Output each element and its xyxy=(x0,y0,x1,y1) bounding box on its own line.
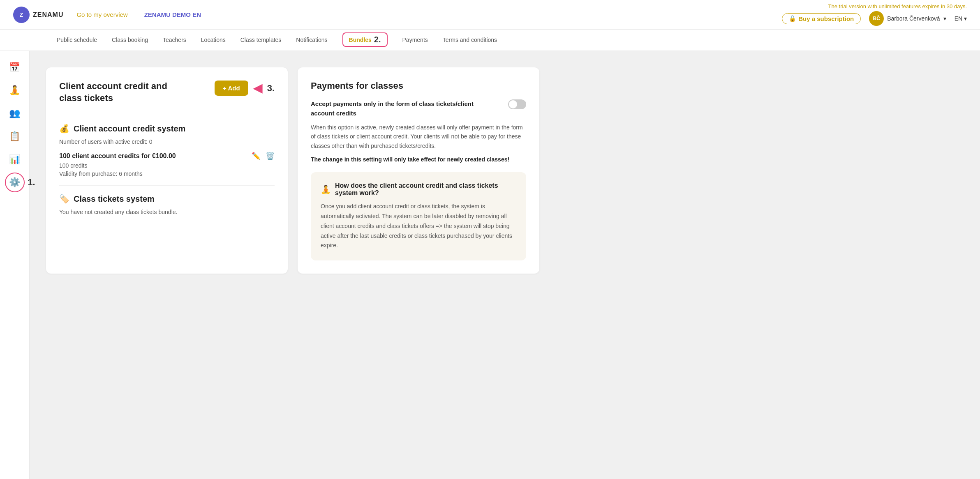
toggle-description: When this option is active, newly create… xyxy=(311,123,526,150)
info-box-title: 🧘 How does the client account credit and… xyxy=(321,182,516,197)
payments-title: Payments for classes xyxy=(311,81,526,91)
user-badge[interactable]: BČ Barbora Červenková ▾ xyxy=(869,11,946,26)
edit-icon[interactable]: ✏️ xyxy=(252,152,261,161)
credit-tickets-card: Client account credit andclass tickets +… xyxy=(46,67,288,274)
topbar-actions: 🔓 Buy a subscription BČ Barbora Červenko… xyxy=(782,11,967,26)
credit-sub1: 100 credits xyxy=(59,162,275,169)
payments-card: Payments for classes Accept payments onl… xyxy=(298,67,539,274)
card-title: Client account credit andclass tickets xyxy=(59,81,167,104)
toggle-note: The change in this setting will only tak… xyxy=(311,155,526,164)
delete-icon[interactable]: 🗑️ xyxy=(266,152,275,161)
toggle-row: Accept payments only in the form of clas… xyxy=(311,99,526,118)
divider xyxy=(59,185,275,186)
ticket-icon: 🏷️ xyxy=(59,194,69,204)
credit-entry-label: 100 client account credits for €100.00 xyxy=(59,152,176,160)
lang-dropdown-icon: ▾ xyxy=(964,15,967,22)
nav-item-public-schedule[interactable]: Public schedule xyxy=(49,30,104,51)
nav-item-notifications[interactable]: Notifications xyxy=(289,30,335,51)
content-grid: Client account credit andclass tickets +… xyxy=(46,67,539,274)
sidebar-item-chart[interactable]: 📊 xyxy=(5,150,25,169)
trial-notice: The trial version with unlimited feature… xyxy=(828,3,967,9)
payments-toggle[interactable] xyxy=(508,99,526,109)
sidebar-item-yoga[interactable]: 🧘 xyxy=(5,81,25,100)
info-box: 🧘 How does the client account credit and… xyxy=(311,172,526,260)
arrow-annotation: ◀ xyxy=(253,81,262,95)
step1-label: 1. xyxy=(28,177,35,188)
nav-item-class-templates[interactable]: Class templates xyxy=(233,30,289,51)
tickets-empty-text: You have not created any class tickets b… xyxy=(59,209,275,215)
user-dropdown-icon: ▾ xyxy=(943,15,946,22)
tickets-section: 🏷️ Class tickets system You have not cre… xyxy=(59,194,275,215)
credit-sub2: Validity from purchase: 6 months xyxy=(59,170,275,177)
credit-entry-row: 100 client account credits for €100.00 ✏… xyxy=(59,152,275,161)
logo-text: ZENAMU xyxy=(33,11,63,18)
user-avatar: BČ xyxy=(869,11,884,26)
info-box-text: Once you add client account credit or cl… xyxy=(321,202,516,251)
users-active-text: Number of users with active credit: 0 xyxy=(59,138,275,145)
step2-label: 2. xyxy=(374,35,381,44)
settings-icon: ⚙️ xyxy=(9,177,20,188)
user-name: Barbora Červenková xyxy=(887,15,940,22)
tickets-section-title: 🏷️ Class tickets system xyxy=(59,194,275,204)
sidebar-item-group[interactable]: 👥 xyxy=(5,104,25,123)
topbar: Z ZENAMU Go to my overview ZENAMU DEMO E… xyxy=(0,0,980,30)
sidebar-item-notes[interactable]: 📋 xyxy=(5,127,25,146)
nav-item-terms[interactable]: Terms and conditions xyxy=(435,30,504,51)
logo-icon: Z xyxy=(13,7,30,23)
goto-overview-link[interactable]: Go to my overview xyxy=(76,11,127,18)
sidebar-item-settings[interactable]: ⚙️ 1. xyxy=(5,173,25,192)
nav-item-locations[interactable]: Locations xyxy=(194,30,233,51)
credit-entry-actions: ✏️ 🗑️ xyxy=(252,152,275,161)
demo-name: ZENAMU DEMO EN xyxy=(144,11,201,18)
buy-subscription-button[interactable]: 🔓 Buy a subscription xyxy=(782,13,861,24)
sidebar: 📅 🧘 👥 📋 📊 ⚙️ 1. xyxy=(0,51,30,479)
add-button[interactable]: + Add xyxy=(215,81,248,96)
main-content: Client account credit andclass tickets +… xyxy=(30,51,980,479)
nav-item-bundles[interactable]: Bundles 2. xyxy=(335,30,395,51)
nav-bar: Public schedule Class booking Teachers L… xyxy=(0,30,980,51)
language-selector[interactable]: EN ▾ xyxy=(955,15,967,22)
info-box-icon: 🧘 xyxy=(321,184,331,194)
money-icon: 💰 xyxy=(59,124,69,134)
step3-label: 3. xyxy=(267,83,275,94)
sidebar-item-calendar[interactable]: 📅 xyxy=(5,58,25,77)
topbar-right: The trial version with unlimited feature… xyxy=(782,3,967,26)
card-header: Client account credit andclass tickets +… xyxy=(59,81,275,114)
page-layout: 📅 🧘 👥 📋 📊 ⚙️ 1. Client account credit an… xyxy=(0,51,980,479)
credit-section-title: 💰 Client account credit system xyxy=(59,124,275,134)
nav-item-payments[interactable]: Payments xyxy=(395,30,435,51)
credit-section: 💰 Client account credit system Number of… xyxy=(59,124,275,177)
nav-item-class-booking[interactable]: Class booking xyxy=(104,30,155,51)
toggle-label: Accept payments only in the form of clas… xyxy=(311,99,483,118)
nav-item-teachers[interactable]: Teachers xyxy=(155,30,194,51)
logo[interactable]: Z ZENAMU xyxy=(13,7,63,23)
lock-icon: 🔓 xyxy=(789,15,796,22)
